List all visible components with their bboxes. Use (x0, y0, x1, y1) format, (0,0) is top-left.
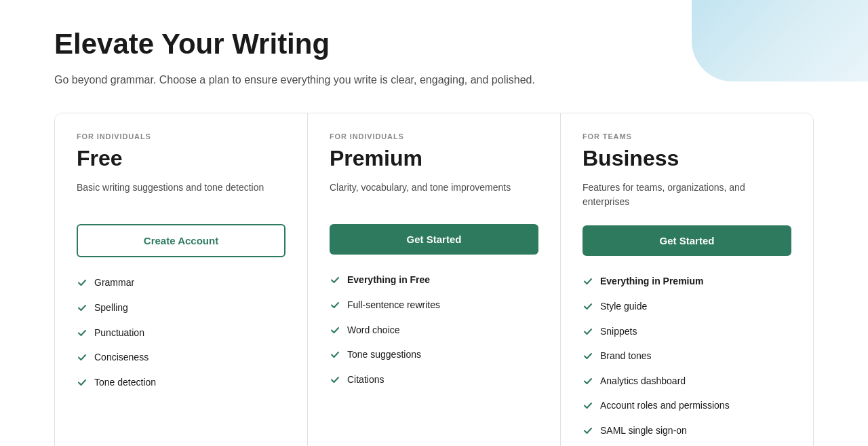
feature-item: Analytics dashboard (583, 375, 791, 390)
feature-item: Punctuation (77, 327, 285, 342)
page-subtitle: Go beyond grammar. Choose a plan to ensu… (54, 72, 814, 88)
plan-audience-label: FOR INDIVIDUALS (77, 132, 285, 141)
get-started-button-business[interactable]: Get Started (583, 225, 791, 256)
plan-description: Basic writing suggestions and tone detec… (77, 181, 285, 208)
feature-text: Style guide (600, 300, 647, 314)
feature-text: Citations (347, 373, 384, 387)
plan-card-business: FOR TEAMS Business Features for teams, o… (561, 113, 813, 446)
feature-text: Tone detection (94, 376, 156, 390)
check-icon (583, 400, 593, 415)
feature-text: Tone suggestions (347, 348, 421, 362)
feature-item: Account roles and permissions (583, 399, 791, 415)
page-wrapper: Elevate Your Writing Go beyond grammar. … (0, 0, 868, 446)
feature-item: Snippets (583, 325, 791, 341)
feature-text: Snippets (600, 325, 637, 339)
feature-item: Citations (330, 373, 538, 389)
feature-text: Analytics dashboard (600, 375, 686, 388)
get-started-button-premium[interactable]: Get Started (330, 224, 538, 255)
plan-name: Free (77, 146, 285, 171)
check-icon (583, 326, 593, 341)
check-icon (77, 377, 87, 392)
create-account-button[interactable]: Create Account (77, 224, 285, 257)
feature-item: Brand tones (583, 350, 791, 365)
check-icon (77, 352, 87, 367)
plan-description: Features for teams, organizations, and e… (583, 181, 791, 209)
plan-card-premium: FOR INDIVIDUALS Premium Clarity, vocabul… (308, 113, 561, 446)
feature-item: Tone suggestions (330, 348, 538, 364)
check-icon (330, 274, 340, 289)
plan-audience-label: FOR TEAMS (583, 132, 791, 141)
feature-item: Spelling (77, 301, 285, 317)
plans-container: FOR INDIVIDUALS Free Basic writing sugge… (54, 113, 814, 446)
check-icon (77, 327, 87, 342)
feature-text: Conciseness (94, 351, 149, 365)
feature-text: Everything in Premium (600, 275, 703, 289)
feature-item: Conciseness (77, 351, 285, 367)
feature-text: Grammar (94, 276, 134, 290)
feature-text: Full-sentence rewrites (347, 299, 440, 312)
check-icon (77, 277, 87, 292)
feature-list: Everything in Premium Style guide Snippe… (583, 275, 791, 439)
plan-name: Premium (330, 146, 538, 171)
check-icon (330, 324, 340, 339)
feature-item: Everything in Free (330, 274, 538, 289)
check-icon (583, 350, 593, 365)
feature-text: Brand tones (600, 350, 652, 363)
plan-card-free: FOR INDIVIDUALS Free Basic writing sugge… (55, 113, 308, 446)
feature-item: Tone detection (77, 376, 285, 392)
check-icon (330, 349, 340, 364)
feature-list: Everything in Free Full-sentence rewrite… (330, 274, 538, 388)
feature-text: Word choice (347, 324, 400, 337)
feature-text: Punctuation (94, 327, 144, 340)
feature-item: Word choice (330, 324, 538, 339)
feature-item: SAML single sign-on (583, 424, 791, 440)
feature-text: SAML single sign-on (600, 424, 687, 438)
check-icon (583, 301, 593, 316)
plan-audience-label: FOR INDIVIDUALS (330, 132, 538, 141)
check-icon (583, 375, 593, 390)
feature-list: Grammar Spelling Punctuation Conciseness (77, 276, 285, 391)
feature-text: Spelling (94, 301, 128, 315)
feature-item: Style guide (583, 300, 791, 316)
feature-item: Full-sentence rewrites (330, 299, 538, 314)
check-icon (330, 374, 340, 389)
feature-text: Everything in Free (347, 274, 430, 287)
check-icon (330, 299, 340, 314)
plan-description: Clarity, vocabulary, and tone improvemen… (330, 181, 538, 208)
check-icon (583, 276, 593, 291)
check-icon (583, 425, 593, 440)
plan-name: Business (583, 146, 791, 171)
check-icon (77, 302, 87, 317)
feature-item: Everything in Premium (583, 275, 791, 291)
decorative-blob (692, 0, 868, 81)
feature-item: Grammar (77, 276, 285, 292)
feature-text: Account roles and permissions (600, 399, 730, 413)
